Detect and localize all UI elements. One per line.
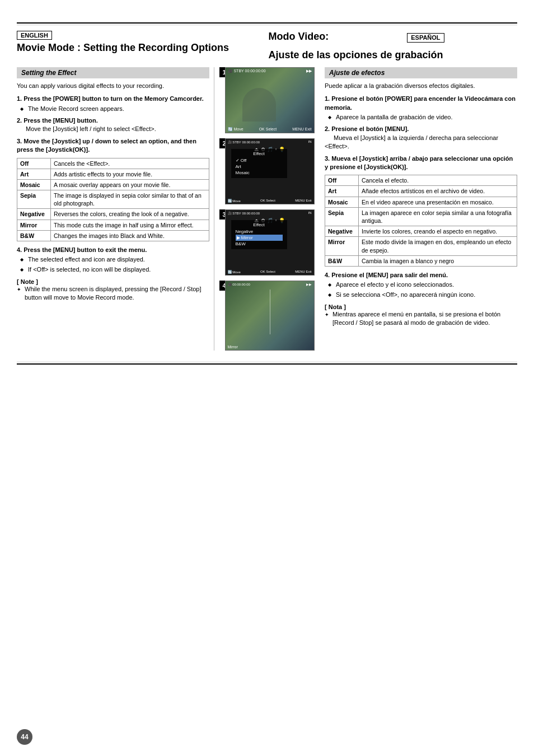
option-mirror-en: Mirror [17,220,51,230]
table-row: Mirror This mode cuts the image in half … [17,220,209,230]
desc-sepia-es: La imagen aparece en color sepia similar… [359,207,517,226]
page: ENGLISH Movie Mode : Setting the Recordi… [0,0,534,756]
desc-sepia-en: The image is displayed in sepia color si… [51,190,209,209]
cam-bottom-3: 🔄 Move OK Select MENU Exit [226,270,314,274]
table-row: Art Añade efectos artísticos en el archi… [325,186,517,197]
cam-screen-3: 🎥 STBY 00:00:00:00 IN ⏏⚙🎵•💡 Effect Negat… [226,210,314,275]
spanish-step-4: 4. Presione el [MENU] para salir del men… [325,271,517,299]
screenshot-4: 🎥 00:00:00:00 ▶▶ Mirror [225,281,315,351]
option-off-en: Off [17,158,51,169]
spanish-subsection-heading: Ajuste de efectos [325,67,517,78]
option-mirror-es: Mirror [325,237,359,255]
step4-bullet1-en: The selected effect and icon are display… [17,255,209,264]
step2-bold: Press the [MENU] button. [24,117,98,124]
table-row: Sepia The image is displayed in sepia co… [17,190,209,209]
english-step-3: 3. Move the [Joystick] up / down to sele… [17,137,209,155]
table-row: Off Cancela el efecto. [325,175,517,186]
cam-bottom-1: 🔄 Move OK Select MENU Exit [226,127,314,132]
header: ENGLISH Movie Mode : Setting the Recordi… [17,31,517,66]
english-effect-table: Off Cancels the <Effect>. Art Adds artis… [17,158,209,241]
desc-art-es: Añade efectos artísticos en el archivo d… [359,186,517,197]
option-negative-en: Negative [17,209,51,220]
desc-off-es: Cancela el efecto. [359,175,517,186]
page-number: 44 [17,729,32,745]
step4-bold-en: Press the [MENU] button to exit the menu… [24,246,147,253]
cam-toolbar-4: 🎥 00:00:00:00 ▶▶ [226,282,314,286]
desc-art-en: Adds artistic effects to your movie file… [51,169,209,179]
option-art-es: Art [325,186,359,197]
screenshot-wrapper-3: 3 🎥 STBY 00:00:00:00 IN ⏏⚙🎵•💡 [225,209,315,276]
step2-extra: Move the [Joystick] left / right to sele… [17,125,156,132]
screenshot-wrapper-2: 2 🎥 STBY 00:00:00:00 IN ⏏⚙🎵•💡 [225,138,315,204]
screenshots-column: 1 🎥 STBY 00:00:00:00 ▶▶ 🔄 Move OK Select [214,67,318,351]
spanish-step-3: 3. Mueva el [Joystick] arriba / abajo pa… [325,155,517,172]
spanish-content: Ajuste de efectos Puede aplicar a la gra… [318,67,517,351]
english-note: [ Note ] While the menu screen is displa… [17,278,209,302]
step4-num-es: 4. [325,272,331,278]
step2-num-es: 2. [325,125,331,132]
top-border2 [17,25,517,25]
cam-toolbar-3: 🎥 STBY 00:00:00:00 IN [226,211,314,215]
menu-item-negative: Negative [236,228,283,235]
cam-screen-2: 🎥 STBY 00:00:00:00 IN ⏏⚙🎵•💡 Effect ✓ Off… [226,139,314,204]
content-area: Setting the Effect You can apply various… [17,67,517,351]
screenshot-2: 🎥 STBY 00:00:00:00 IN ⏏⚙🎵•💡 Effect ✓ Off… [225,138,315,204]
step3-num: 3. [17,138,24,144]
cam-bottom-2: 🔄 Move OK Select MENU Exit [226,199,314,203]
english-step-1: 1. Press the [POWER] button to turn on t… [17,95,209,113]
note-title-en: [ Note ] [17,278,209,285]
bottom-border2 [17,363,517,365]
table-row: Negative Reverses the colors, creating t… [17,209,209,220]
table-row: Negative Invierte los colores, creando e… [325,226,517,237]
desc-bw-en: Changes the images into Black and White. [51,230,209,241]
spanish-step-2: 2. Presione el botón [MENU]. Mueva el [J… [325,125,517,151]
desc-mirror-es: Este modo divide la imagen en dos, emple… [359,237,517,255]
option-off-es: Off [325,175,359,186]
menu-item-mirror: ▶ Mirror [236,235,283,241]
step2-num: 2. [17,117,24,124]
cam-screen-4: 🎥 00:00:00:00 ▶▶ Mirror [226,281,314,350]
table-row: Mirror Este modo divide la imagen en dos… [325,237,517,255]
table-row: Off Cancels the <Effect>. [17,158,209,169]
header-left: ENGLISH Movie Mode : Setting the Recordi… [17,31,266,59]
step1-bullet1: The Movie Record screen appears. [17,105,209,113]
step2-extra-es: Mueva el [Joystick] a la izquierda / der… [325,134,498,150]
desc-mosaic-en: A mosaic overlay appears on your movie f… [51,179,209,190]
cam-toolbar-1: 🎥 STBY 00:00:00:00 ▶▶ [226,69,314,73]
screenshot-3: 🎥 STBY 00:00:00:00 IN ⏏⚙🎵•💡 Effect Negat… [225,209,315,276]
step4-bullet1-es: Aparece el efecto y el icono seleccionad… [325,281,517,289]
spanish-step-1: 1. Presione el botón [POWER] para encend… [325,95,517,122]
option-art-en: Art [17,169,51,179]
step1-num: 1. [17,95,24,102]
spanish-title-line1: Modo Video: ESPAÑOL [269,31,444,45]
step4-bold-es: Presione el [MENU] para salir del menú. [331,272,448,278]
step3-bold: Move the [Joystick] up / down to select … [17,138,196,153]
english-step-4: 4. Press the [MENU] button to exit the m… [17,246,209,274]
spanish-note: [ Nota ] Mientras aparece el menú en pan… [325,304,517,328]
note-item-en: While the menu screen is displayed, pres… [17,285,209,302]
option-sepia-es: Sepia [325,207,359,226]
table-row: Art Adds artistic effects to your movie … [17,169,209,179]
english-content: Setting the Effect You can apply various… [17,67,214,351]
step3-bold-es: Mueva el [Joystick] arriba / abajo para … [325,155,513,170]
person-silhouette [242,88,276,122]
step4-bullet2-es: Si se selecciona <Off>, no aparecerá nin… [325,291,517,299]
screenshot-1: 🎥 STBY 00:00:00:00 ▶▶ 🔄 Move OK Select M… [225,67,315,133]
mirror-line [270,290,270,334]
desc-negative-en: Reverses the colors, creating the look o… [51,209,209,220]
screenshot-wrapper-1: 1 🎥 STBY 00:00:00:00 ▶▶ 🔄 Move OK Select [225,67,315,133]
step1-bullet1-es: Aparece la pantalla de grabación de vide… [325,113,517,122]
menu-overlay-2: Effect ✓ Off Art Mosaic [231,149,287,178]
note-item-es: Mientras aparece el menú en pantalla, si… [325,310,517,328]
step1-bold-es: Presione el botón [POWER] para encender … [325,95,516,110]
step4-num-en: 4. [17,246,24,253]
option-mosaic-en: Mosaic [17,179,51,190]
step4-bullet2-en: If <Off> is selected, no icon will be di… [17,265,209,274]
menu-item-art: Art [236,164,283,170]
screenshot-wrapper-4: 4 🎥 00:00:00:00 ▶▶ Mirror [225,281,315,351]
menu-item-off: ✓ Off [236,157,283,164]
desc-mosaic-es: En el video aparece una presentación en … [359,197,517,207]
desc-off-en: Cancels the <Effect>. [51,158,209,169]
option-sepia-en: Sepia [17,190,51,209]
menu-item-mosaic: Mosaic [236,170,283,176]
